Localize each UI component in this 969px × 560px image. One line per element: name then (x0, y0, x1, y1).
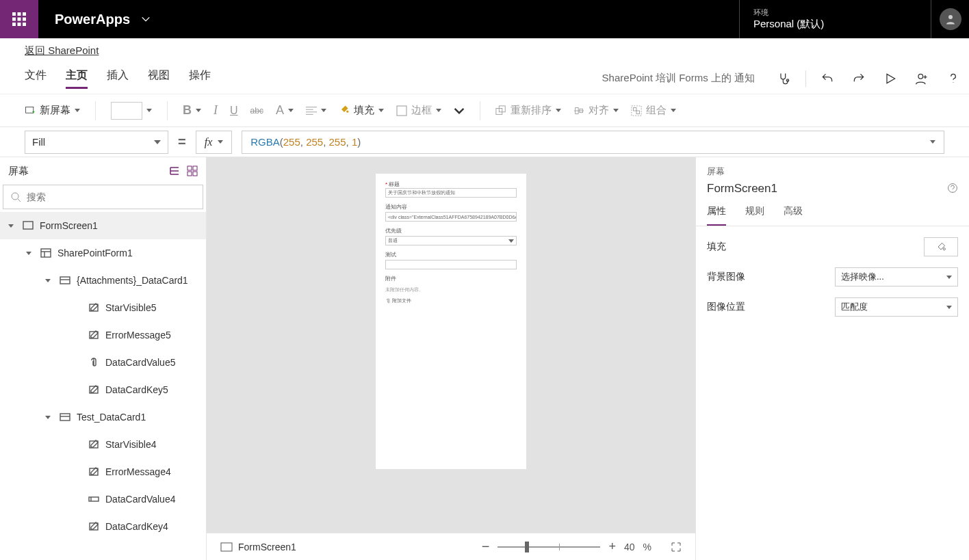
design-canvas[interactable]: *标题 关于国庆节和中秋节放假的通知 通知内容 <div class="Exte… (207, 157, 695, 533)
fullscreen-icon[interactable] (671, 542, 682, 552)
fill-button[interactable]: 填充 (339, 104, 384, 117)
text-align-button[interactable] (306, 105, 326, 116)
chevron-down-icon (930, 140, 935, 144)
tree-item-label: FormScreen1 (40, 220, 98, 231)
tree-item--attachments--datacard1[interactable]: {Attachments}_DataCard1 (0, 267, 206, 294)
tree-item-errormessage5[interactable]: ErrorMessage5 (0, 321, 206, 349)
props-help-button[interactable] (947, 183, 958, 196)
user-avatar[interactable] (931, 0, 969, 38)
mock-title-label: 标题 (389, 181, 400, 187)
chevron-down-icon (141, 14, 151, 24)
redo-button[interactable] (843, 63, 875, 94)
back-to-sharepoint-link[interactable]: 返回 SharePoint (25, 44, 99, 57)
play-icon (883, 72, 897, 85)
tree-item-datacardvalue5[interactable]: DataCardValue5 (0, 349, 206, 376)
font-color-button[interactable]: A (276, 103, 294, 118)
tree-item-datacardkey4[interactable]: DataCardKey4 (0, 513, 206, 540)
environment-picker[interactable]: 环境 Personal (默认) (739, 0, 931, 38)
italic-button[interactable]: I (214, 103, 218, 118)
card-icon (60, 412, 70, 423)
tree-view-icon[interactable] (169, 165, 180, 176)
new-screen-button[interactable]: 新屏幕 (25, 104, 80, 117)
tree-item-test-datacard1[interactable]: Test_DataCard1 (0, 403, 206, 431)
prop-imagepos-label: 图像位置 (707, 301, 745, 313)
underline-button[interactable]: U (230, 105, 238, 117)
svg-rect-5 (23, 18, 26, 21)
props-type-label: 屏幕 (707, 165, 958, 178)
group-icon (631, 105, 642, 116)
app-title-text: PowerApps (55, 12, 130, 27)
zoom-slider[interactable] (498, 546, 600, 548)
fx-label: fx (205, 136, 213, 148)
group-button[interactable]: 组合 (631, 104, 676, 117)
play-button[interactable] (875, 63, 906, 94)
chevron-down-icon (946, 276, 952, 279)
screen-icon (220, 542, 233, 552)
border-button[interactable]: 边框 (396, 104, 441, 117)
tree-item-starvisible4[interactable]: StarVisible4 (0, 431, 206, 458)
prop-fill-color-button[interactable] (924, 237, 958, 256)
svg-rect-34 (188, 172, 192, 176)
format-options-button[interactable] (454, 105, 465, 116)
tree-item-label: StarVisible4 (105, 439, 156, 450)
person-icon (944, 13, 957, 25)
tree-item-formscreen1[interactable]: FormScreen1 (0, 212, 206, 239)
align-button[interactable]: 对齐 (573, 104, 619, 117)
bold-button[interactable]: B (183, 103, 201, 118)
menu-file[interactable]: 文件 (25, 68, 47, 89)
env-label: 环境 (753, 8, 917, 18)
theme-color-picker[interactable] (111, 102, 152, 120)
menu-insert[interactable]: 插入 (107, 68, 129, 89)
property-selector[interactable]: Fill (25, 131, 168, 154)
prop-bgimage-select[interactable]: 选择映像... (835, 267, 958, 286)
tree-search-field[interactable] (27, 191, 196, 202)
chevron-down-icon (613, 109, 619, 112)
menu-view[interactable]: 视图 (148, 68, 170, 89)
waffle-launcher[interactable] (0, 0, 38, 38)
svg-rect-11 (26, 107, 34, 113)
status-screen-name: FormScreen1 (238, 542, 296, 552)
svg-point-10 (918, 74, 923, 79)
strikethrough-button[interactable]: abc (250, 106, 263, 116)
props-tab-advanced[interactable]: 高级 (784, 205, 803, 226)
svg-point-9 (948, 15, 953, 19)
prop-imagepos-select[interactable]: 匹配度 (835, 297, 958, 317)
svg-rect-54 (221, 543, 232, 551)
chevron-down-icon (508, 239, 514, 243)
zoom-out-button[interactable]: − (482, 539, 490, 555)
formula-fn: RGBA (250, 136, 280, 148)
tree-item-datacardkey5[interactable]: DataCardKey5 (0, 376, 206, 403)
help-button[interactable] (938, 63, 969, 94)
menu-action[interactable]: 操作 (189, 68, 211, 89)
tree-item-errormessage4[interactable]: ErrorMessage4 (0, 458, 206, 485)
form-icon (40, 248, 51, 258)
reorder-button[interactable]: 重新排序 (495, 104, 561, 117)
undo-icon (821, 72, 834, 85)
zoom-in-button[interactable]: + (608, 539, 616, 554)
tree-item-label: StarVisible5 (105, 302, 156, 313)
undo-button[interactable] (812, 63, 843, 94)
share-button[interactable] (906, 63, 938, 94)
tree-search-input[interactable] (3, 185, 203, 209)
props-tab-rules[interactable]: 规则 (745, 205, 764, 226)
fx-button[interactable]: fx (196, 131, 233, 154)
chevron-down-icon (154, 140, 161, 144)
chevron-down-icon (45, 279, 51, 282)
tree-item-starvisible5[interactable]: StarVisible5 (0, 294, 206, 321)
group-label: 组合 (646, 104, 667, 117)
svg-rect-7 (18, 23, 21, 26)
tree-item-datacardvalue4[interactable]: DataCardValue4 (0, 485, 206, 513)
thumbnail-view-icon[interactable] (187, 165, 198, 176)
env-value: Personal (默认) (753, 18, 917, 31)
props-tab-properties[interactable]: 属性 (707, 205, 726, 226)
menu-home[interactable]: 主页 (66, 68, 88, 89)
tree-item-sharepointform1[interactable]: SharePointForm1 (0, 239, 206, 267)
formula-bar[interactable]: RGBA(255, 255, 255, 1) (242, 131, 944, 154)
app-checker-button[interactable] (768, 63, 800, 94)
app-title[interactable]: PowerApps (38, 0, 167, 38)
mock-attach-label: 附件 (385, 275, 517, 282)
reorder-icon (495, 105, 506, 116)
svg-point-55 (948, 183, 957, 192)
prop-fill-label: 填充 (707, 241, 726, 253)
equals-sign: = (178, 134, 186, 150)
